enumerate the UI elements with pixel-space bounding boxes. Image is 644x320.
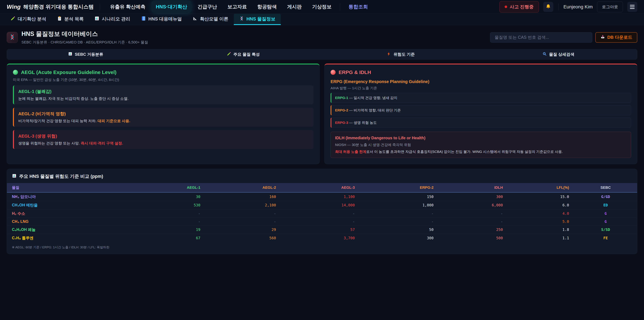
lfl-value: 15.0 xyxy=(508,192,574,201)
aegl3-value: 3,700 xyxy=(281,234,360,242)
divider xyxy=(100,3,100,11)
hazard-comparison-panel: 주요 HNS 물질별 위험도 기준 비교 (ppm) 물질 AEGL-1 AEG… xyxy=(7,169,637,254)
aegl1-value: 30 xyxy=(139,192,206,201)
col-header-aegl2: AEGL-2 xyxy=(206,183,281,192)
erpg-1-item: ERPG-1 — 일시적 건강 영향, 냄새 감지 xyxy=(330,93,631,103)
substance-name: CH₃OH 메탄올 xyxy=(7,201,139,209)
aegl2-value: 160 xyxy=(206,192,281,201)
aegl1-value: 67 xyxy=(139,234,206,242)
aegl-1-title: AEGL-1 (불쾌감) xyxy=(18,89,309,95)
aegl1-value: 530 xyxy=(139,201,206,209)
nav-item-aerial-search[interactable]: 항공탐색 xyxy=(253,1,281,13)
logout-button[interactable]: 로그아웃 xyxy=(597,2,623,12)
erpg-idlh-panel: ERPG & IDLH ERPG (Emergency Response Pla… xyxy=(324,64,637,164)
table-row: CH₃OH 메탄올 530 2,100 14,000 1,000 6,000 6… xyxy=(7,201,637,209)
db-download-button[interactable]: DB 다운로드 xyxy=(595,32,637,43)
divider xyxy=(558,3,558,11)
aegl-3-item: AEGL-3 (생명 위협) 생명을 위협하는 건강 영향 또는 사망. 즉시 … xyxy=(13,130,314,149)
table-row: NH₃ 암모니아 30 160 1,100 150 300 15.0 G/GD xyxy=(7,192,637,201)
nav-item-hns-dispersion[interactable]: HNS·대기확산 xyxy=(152,1,191,13)
lfl-value: 4.0 xyxy=(508,209,574,218)
tab-hns-substance-info[interactable]: HNS 물질정보 xyxy=(234,14,281,25)
nav-item-integrated-search[interactable]: 통합조회 xyxy=(344,1,372,13)
page-subtitle: SEBC 거동분류 · CHRIS/CAMEO DB · AEGL/ERPG/I… xyxy=(22,40,148,45)
idlh-value: 500 xyxy=(438,234,508,242)
erpg-2-item: ERPG-2 — 비가역적 영향, 대피 판단 기준 xyxy=(330,105,631,115)
aegl3-value: 1,100 xyxy=(281,192,360,201)
erpg-3-item: ERPG-3 — 생명 위협 농도 xyxy=(330,118,631,128)
sebc-class: G/GD xyxy=(574,192,637,201)
aegl-panel: AEGL (Acute Exposure Guideline Level) 미국… xyxy=(7,64,320,164)
idlh-value: 300 xyxy=(438,192,508,201)
nav-item-board[interactable]: 게시판 xyxy=(283,1,306,13)
menu-button[interactable] xyxy=(627,2,637,12)
page-icon-badge xyxy=(7,32,18,43)
aegl-2-desc: 비가역적/장기적 건강 영향 또는 대피 능력 저하. 대피 기준으로 사용. xyxy=(18,119,309,124)
tab-dispersion-analysis[interactable]: 대기확산 분석 xyxy=(5,14,52,25)
hamburger-menu-icon xyxy=(630,5,634,9)
erpg-panel-title: ERPG & IDLH xyxy=(330,70,631,75)
col-header-lfl: LFL(%) xyxy=(508,183,574,192)
page-title-block: HNS 물질정보 데이터베이스 SEBC 거동분류 · CHRIS/CAMEO … xyxy=(22,30,148,45)
table-footnote: ※ AEGL: 60분 기준 / ERPG: 1시간 노출 / IDLH: 30… xyxy=(7,242,637,253)
aegl-1-item: AEGL-1 (불쾌감) 눈에 띄는 불쾌감, 자극 또는 비감각적 증상. 노… xyxy=(13,85,314,104)
pencil-icon xyxy=(227,52,231,57)
tab-analysis-list[interactable]: 분석 목록 xyxy=(52,14,89,25)
idlh-title: IDLH (Immediately Dangerous to Life or H… xyxy=(335,136,626,140)
nav-item-reports[interactable]: 보고자료 xyxy=(224,1,251,13)
tab-dispersion-model-theory[interactable]: 확산모델 이론 xyxy=(187,14,234,25)
aegl3-value: - xyxy=(281,218,360,225)
lightning-icon xyxy=(387,52,391,57)
incident-status-badge[interactable]: 사고 진행중 xyxy=(500,1,539,13)
substance-search-input[interactable] xyxy=(490,32,592,43)
page-header-actions: DB 다운로드 xyxy=(490,32,637,43)
aegl2-value: 560 xyxy=(206,234,281,242)
nav-item-rescue[interactable]: 긴급구난 xyxy=(194,1,221,13)
download-tray-icon xyxy=(600,34,605,40)
section-nav-substance-search[interactable]: 물질 상세검색 xyxy=(480,49,637,59)
substance-name: C₆H₅OH 페놀 xyxy=(7,225,139,234)
erpg-section-subtitle: AIHA 발행 — 1시간 노출 기준 xyxy=(330,86,631,91)
sebc-class: FE xyxy=(574,234,637,242)
erpg2-value: - xyxy=(360,209,438,218)
aegl-1-desc: 눈에 띄는 불쾌감, 자극 또는 비감각적 증상. 노출 중단 시 증상 소멸. xyxy=(18,96,309,101)
aegl-panel-subtitle: 미국 EPA — 일반인 급성 노출 기준 (10분, 30분, 60분, 4시… xyxy=(13,77,314,82)
status-badge-label: 사고 진행중 xyxy=(510,4,534,10)
idlh-line1: NIOSH — 30분 노출 시 생명·건강에 즉각적 위험 xyxy=(335,142,626,147)
erpg-section-title: ERPG (Emergency Response Planning Guidel… xyxy=(330,79,631,84)
book-icon xyxy=(141,16,146,22)
erpg2-value: 50 xyxy=(360,225,438,234)
nav-item-weather[interactable]: 기상정보 xyxy=(308,1,336,13)
lfl-value: 6.0 xyxy=(508,201,574,209)
col-header-idlh: IDLH xyxy=(438,183,508,192)
substance-name: NH₃ 암모니아 xyxy=(7,192,139,201)
idlh-line2: 최대 허용 노출 한계로서 이 농도를 초과하면 자급식 호흡장치(SCBA) … xyxy=(335,149,626,154)
tab-scenario-management[interactable]: 시나리오 관리 xyxy=(89,14,136,25)
col-header-substance: 물질 xyxy=(7,183,139,192)
lfl-value: 1.1 xyxy=(508,234,574,242)
tab-hns-manual[interactable]: HNS 대응매뉴얼 xyxy=(136,14,187,25)
hazard-table-title: 주요 HNS 물질별 위험도 기준 비교 (ppm) xyxy=(7,173,637,183)
aegl2-value: 29 xyxy=(206,225,281,234)
section-nav-sebc-classification[interactable]: SEBC 거동분류 xyxy=(7,49,164,59)
main-nav: 유출유 확산예측 HNS·대기확산 긴급구난 보고자료 항공탐색 게시판 기상정… xyxy=(106,1,372,13)
section-nav-substance-properties[interactable]: 주요 물질 특성 xyxy=(164,49,322,59)
notifications-button[interactable] xyxy=(543,2,553,12)
substance-name: CH₄ LNG xyxy=(7,218,139,225)
aegl-panel-title: AEGL (Acute Exposure Guideline Level) xyxy=(13,70,314,75)
dna-icon xyxy=(9,34,16,41)
idlh-value: 250 xyxy=(438,225,508,234)
aegl2-value: 2,100 xyxy=(206,201,281,209)
table-row: H₂ 수소 - - - - - 4.0 G xyxy=(7,209,637,218)
col-header-sebc: SEBC xyxy=(574,183,637,192)
bell-icon xyxy=(546,4,551,10)
logo-wordmark: Wing xyxy=(7,4,21,10)
aegl1-value: - xyxy=(139,209,206,218)
col-header-erpg2: ERPG-2 xyxy=(360,183,438,192)
aegl3-value: 57 xyxy=(281,225,360,234)
bar-chart-icon xyxy=(68,52,72,57)
section-nav-hazard-criteria[interactable]: 위험도 기준 xyxy=(322,49,480,59)
nav-item-oil-spill[interactable]: 유출유 확산예측 xyxy=(106,1,150,13)
red-circle-icon xyxy=(330,70,336,75)
idlh-value: - xyxy=(438,218,508,225)
